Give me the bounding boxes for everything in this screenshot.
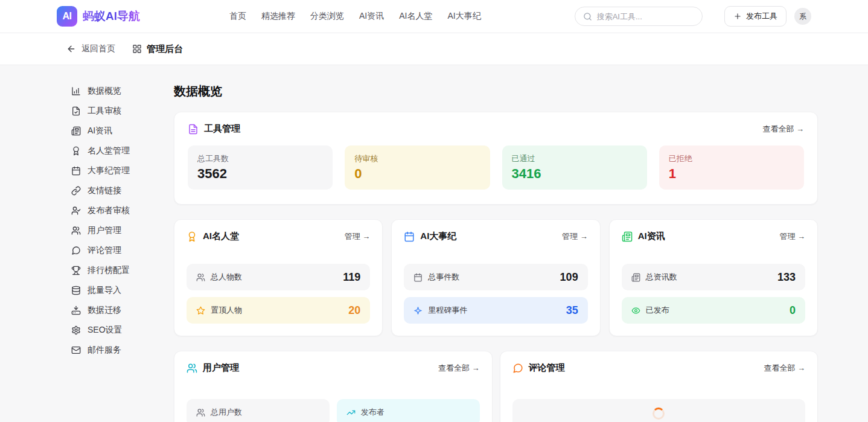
stat-published-news: 已发布 0 xyxy=(622,297,805,324)
stat-pending-review: 待审核 0 xyxy=(345,145,490,190)
publish-tool-label: 发布工具 xyxy=(746,11,777,22)
newspaper-icon xyxy=(631,273,640,282)
file-check-icon xyxy=(71,106,81,116)
row-label: 总人物数 xyxy=(211,272,242,283)
sidebar-item-ai-news[interactable]: AI资讯 xyxy=(71,124,174,137)
sidebar-item-ranking-config[interactable]: 排行榜配置 xyxy=(71,264,174,277)
card-title-news: AI资讯 xyxy=(622,231,665,242)
mail-icon xyxy=(71,345,81,355)
sidebar-item-user-management[interactable]: 用户管理 xyxy=(71,224,174,237)
row-value: 133 xyxy=(777,271,796,284)
sidebar-item-label: 工具审核 xyxy=(88,106,121,117)
sidebar-item-label: 邮件服务 xyxy=(88,345,121,356)
nav-featured[interactable]: 精选推荐 xyxy=(261,11,295,22)
search-input[interactable] xyxy=(597,12,694,21)
back-label: 返回首页 xyxy=(81,43,115,54)
topbar-actions: 发布工具 系 xyxy=(724,6,811,27)
users-icon xyxy=(196,273,205,282)
sidebar-item-seo-settings[interactable]: SEO设置 xyxy=(71,324,174,336)
nav-timeline[interactable]: AI大事纪 xyxy=(447,11,480,22)
sidebar-item-tool-review[interactable]: 工具审核 xyxy=(71,104,174,117)
view-all-tools-link[interactable]: 查看全部 → xyxy=(762,124,804,135)
stat-total-people: 总人物数 119 xyxy=(187,264,370,290)
row-label: 总资讯数 xyxy=(646,272,677,283)
users-icon xyxy=(196,408,205,417)
calendar-icon xyxy=(71,166,81,176)
stat-value: 3416 xyxy=(512,166,637,182)
comment-management-card: 评论管理 查看全部 → xyxy=(500,351,819,422)
stat-label: 总工具数 xyxy=(197,153,323,164)
nav-hall-of-fame[interactable]: AI名人堂 xyxy=(399,11,432,22)
message-circle-icon xyxy=(512,363,523,374)
view-all-users-link[interactable]: 查看全部 → xyxy=(438,363,480,374)
card-title-label: AI资讯 xyxy=(638,231,665,242)
manage-timeline-link[interactable]: 管理 → xyxy=(562,231,588,242)
row-value: 35 xyxy=(566,304,578,317)
row-value: 0 xyxy=(790,304,796,317)
sidebar-item-label: 名人堂管理 xyxy=(88,145,130,156)
sidebar-item-label: 数据概览 xyxy=(88,86,121,97)
database-icon xyxy=(71,286,81,295)
sidebar-item-publisher-review[interactable]: 发布者审核 xyxy=(71,204,174,217)
nav-categories[interactable]: 分类浏览 xyxy=(310,11,344,22)
brand-name: 蚂蚁AI导航 xyxy=(83,8,140,24)
content-area: 数据概览 工具审核 AI资讯 名人堂管理 大事纪管理 友情链接 发布者审核 用 xyxy=(0,65,868,422)
stat-publishers: 发布者 xyxy=(337,399,480,422)
back-to-home-link[interactable]: 返回首页 xyxy=(66,43,115,54)
bottom-cards-row: 用户管理 查看全部 → 总用户数 发布者 xyxy=(174,351,818,422)
sidebar-item-comment-management[interactable]: 评论管理 xyxy=(71,244,174,257)
card-title-hall: AI名人堂 xyxy=(187,231,239,242)
sidebar-item-data-migration[interactable]: 数据迁移 xyxy=(71,304,174,316)
stat-total-news: 总资讯数 133 xyxy=(622,264,805,290)
user-avatar[interactable]: 系 xyxy=(794,8,811,25)
manage-news-link[interactable]: 管理 → xyxy=(779,231,805,242)
card-title-label: 评论管理 xyxy=(529,362,565,374)
sidebar-item-overview[interactable]: 数据概览 xyxy=(71,85,174,97)
card-title-comments: 评论管理 xyxy=(512,362,565,374)
newspaper-icon xyxy=(622,231,633,242)
stat-approved: 已通过 3416 xyxy=(502,145,647,190)
row-label: 已发布 xyxy=(646,305,669,316)
sidebar-item-friend-links[interactable]: 友情链接 xyxy=(71,184,174,197)
user-management-card: 用户管理 查看全部 → 总用户数 发布者 xyxy=(174,351,493,422)
middle-cards-row: AI名人堂 管理 → 总人物数 119 置顶人物 20 xyxy=(174,219,818,336)
message-circle-icon xyxy=(71,246,81,255)
row-value: 20 xyxy=(348,304,360,317)
sidebar-item-batch-import[interactable]: 批量导入 xyxy=(71,284,174,296)
sidebar-item-mail-service[interactable]: 邮件服务 xyxy=(71,344,174,356)
stat-total-events: 总事件数 109 xyxy=(404,264,587,290)
download-icon xyxy=(71,305,81,315)
nav-ai-news[interactable]: AI资讯 xyxy=(359,11,384,22)
hall-of-fame-card: AI名人堂 管理 → 总人物数 119 置顶人物 20 xyxy=(174,219,383,336)
card-title-label: 工具管理 xyxy=(204,123,240,135)
nav-home[interactable]: 首页 xyxy=(229,11,246,22)
trending-up-icon xyxy=(346,408,356,417)
row-label: 发布者 xyxy=(361,407,385,418)
timeline-card: AI大事纪 管理 → 总事件数 109 里程碑事件 35 xyxy=(391,219,600,336)
users-icon xyxy=(187,363,197,374)
row-label: 置顶人物 xyxy=(211,305,242,316)
sidebar-item-timeline[interactable]: 大事纪管理 xyxy=(71,164,174,177)
calendar-icon xyxy=(404,231,415,242)
user-check-icon xyxy=(71,206,81,216)
file-text-icon xyxy=(188,124,199,135)
publish-tool-button[interactable]: 发布工具 xyxy=(724,6,787,27)
sparkles-icon xyxy=(413,306,423,315)
tools-stats-grid: 总工具数 3562 待审核 0 已通过 3416 已拒绝 1 xyxy=(174,143,817,204)
page-title: 数据概览 xyxy=(174,83,818,100)
stat-label: 已通过 xyxy=(512,153,637,164)
brand-logo[interactable]: AI 蚂蚁AI导航 xyxy=(57,6,140,27)
view-all-comments-link[interactable]: 查看全部 → xyxy=(764,363,805,374)
newspaper-icon xyxy=(71,126,81,136)
stat-label: 已拒绝 xyxy=(669,153,794,164)
search-box[interactable] xyxy=(575,7,703,26)
sidebar-item-hall-of-fame[interactable]: 名人堂管理 xyxy=(71,144,174,157)
users-icon xyxy=(71,226,81,235)
star-icon xyxy=(196,306,205,315)
award-icon xyxy=(187,231,197,242)
card-title-label: 用户管理 xyxy=(203,362,239,374)
card-title-timeline: AI大事纪 xyxy=(404,231,456,242)
sidebar-item-label: 排行榜配置 xyxy=(88,265,130,276)
loading-spinner-icon xyxy=(653,408,665,420)
manage-hall-link[interactable]: 管理 → xyxy=(345,231,371,242)
